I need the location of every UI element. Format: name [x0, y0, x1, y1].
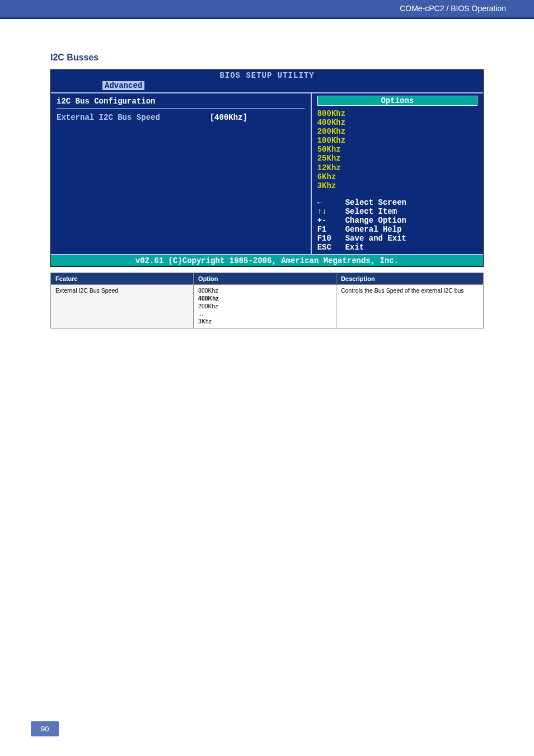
bios-help-row: +- Change Option: [317, 216, 477, 225]
bios-help-row: ↑↓ Select Item: [317, 207, 477, 216]
bios-screenshot: BIOS SETUP UTILITY Advanced i2C Bus Conf…: [50, 69, 484, 267]
bios-options-list: 800Khz 400Khz 200Khz 100Khz 50Khz 25Khz …: [317, 109, 477, 190]
bios-help-text: Change Option: [345, 216, 406, 225]
page-number: 90: [31, 721, 59, 736]
bios-help-key: +-: [317, 216, 345, 225]
bios-option[interactable]: 800Khz: [317, 109, 477, 118]
table-body: External I2C Bus Speed 800Khz400Khz200Kh…: [51, 285, 484, 328]
feature-table: Feature Option Description External I2C …: [50, 273, 484, 328]
table-cell-description: Controls the Bus Speed of the external I…: [336, 285, 484, 328]
page-content: I2C Busses BIOS SETUP UTILITY Advanced i…: [0, 19, 534, 328]
bios-option[interactable]: 6Khz: [317, 172, 477, 181]
bios-left-panel: i2C Bus Configuration External I2C Bus S…: [51, 93, 312, 254]
header-doc-title: COMe-cPC2 / BIOS Operation: [400, 4, 506, 13]
bios-help-row: F1 General Help: [317, 225, 477, 234]
section-title: I2C Busses: [50, 53, 484, 63]
bios-help-row: F10 Save and Exit: [317, 234, 477, 243]
table-header-option: Option: [194, 273, 336, 285]
table-row: External I2C Bus Speed 800Khz400Khz200Kh…: [51, 285, 484, 328]
bios-help-text: Exit: [345, 243, 364, 252]
bios-footer: v02.61 (C)Copyright 1985-2006, American …: [51, 254, 483, 266]
bios-help-text: Save and Exit: [345, 234, 406, 243]
bios-help-key: ↑↓: [317, 207, 345, 216]
bios-option[interactable]: 100Khz: [317, 136, 477, 145]
bios-setting-value: [400Khz]: [210, 113, 305, 122]
bios-help-text: Select Item: [345, 207, 397, 216]
bios-left-title: i2C Bus Configuration: [57, 97, 305, 106]
bios-help-key: F10: [317, 234, 345, 243]
table-cell-feature: External I2C Bus Speed: [51, 285, 194, 328]
table-cell-option: 800Khz400Khz200Khz...3Khz: [194, 285, 336, 328]
bios-option[interactable]: 400Khz: [317, 118, 477, 127]
bios-option[interactable]: 25Khz: [317, 154, 477, 163]
bios-divider: [57, 108, 305, 109]
table-header-description: Description: [336, 273, 484, 285]
table-header-row: Feature Option Description: [51, 273, 484, 285]
bios-help-key: F1: [317, 225, 345, 234]
bios-help-row: ← Select Screen: [317, 198, 477, 207]
bios-option[interactable]: 50Khz: [317, 145, 477, 154]
table-header-feature: Feature: [51, 273, 194, 285]
bios-help: ← Select Screen ↑↓ Select Item +- Change…: [317, 198, 477, 252]
bios-option[interactable]: 200Khz: [317, 127, 477, 136]
bios-setting-label: External I2C Bus Speed: [57, 113, 210, 122]
bios-tabs: Advanced: [51, 81, 483, 92]
bios-help-row: ESC Exit: [317, 243, 477, 252]
bios-help-key: ←: [317, 198, 345, 207]
bios-help-text: General Help: [345, 225, 402, 234]
document-header: COMe-cPC2 / BIOS Operation: [0, 0, 534, 19]
bios-option[interactable]: 3Khz: [317, 181, 477, 190]
bios-options-header: Options: [317, 96, 477, 106]
bios-body: i2C Bus Configuration External I2C Bus S…: [51, 92, 483, 254]
bios-tab-advanced[interactable]: Advanced: [102, 81, 144, 90]
bios-right-panel: Options 800Khz 400Khz 200Khz 100Khz 50Kh…: [312, 93, 483, 254]
bios-help-key: ESC: [317, 243, 345, 252]
bios-option[interactable]: 12Khz: [317, 163, 477, 172]
bios-setting-row[interactable]: External I2C Bus Speed [400Khz]: [57, 113, 305, 122]
bios-help-text: Select Screen: [345, 198, 406, 207]
bios-title: BIOS SETUP UTILITY: [51, 70, 483, 81]
